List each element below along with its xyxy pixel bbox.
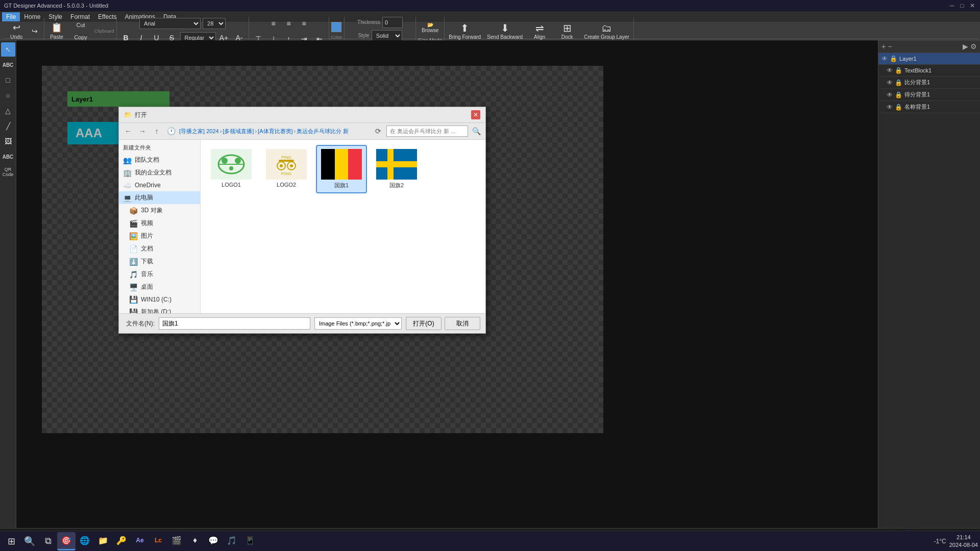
taskbar-app-edge[interactable]: 🌐 <box>76 532 94 550</box>
align-left-button[interactable]: ≡ <box>266 17 281 30</box>
layer1-visibility-icon[interactable]: 👁 <box>881 55 888 62</box>
score-bg2-lock-icon[interactable]: 🔒 <box>895 91 902 98</box>
file-flag2[interactable]: 国旗2 <box>371 145 422 193</box>
cut-button[interactable]: Cut <box>68 19 93 31</box>
sidebar-onedrive[interactable]: ☁️ OneDrive <box>119 179 200 191</box>
align-center-button[interactable]: ≡ <box>282 17 296 30</box>
layer-item-score-bg2[interactable]: 👁 🔒 得分背景1 <box>878 89 980 101</box>
close-button[interactable]: ✕ <box>969 2 976 9</box>
dialog-close-button[interactable]: ✕ <box>471 110 480 119</box>
filetype-select[interactable]: Image Files (*.bmp;*.png;*.jp <box>314 317 402 330</box>
name-bg1-visibility-icon[interactable]: 👁 <box>887 104 893 111</box>
taskbar-app-explorer[interactable]: 📁 <box>94 532 112 550</box>
taskbar-app-keepass[interactable]: 🔑 <box>112 532 131 550</box>
taskbar-app-wechat[interactable]: 💬 <box>204 532 223 550</box>
textblock1-name: TextBlock1 <box>904 67 977 73</box>
score-bg2-visibility-icon[interactable]: 👁 <box>887 91 893 98</box>
remove-layer-button[interactable]: − <box>888 42 892 51</box>
taskbar-app-music[interactable]: 🎵 <box>223 532 241 550</box>
triangle-tool[interactable]: △ <box>1 104 15 118</box>
stroke-style-select[interactable]: Solid <box>372 30 402 41</box>
redo-button[interactable]: ↪ <box>28 24 42 38</box>
taskview-button[interactable]: ⧉ <box>39 532 57 550</box>
sidebar-videos[interactable]: 🎬 视频 <box>119 217 200 230</box>
layer1-lock-icon[interactable]: 🔒 <box>890 55 897 62</box>
browse-button[interactable]: 📂 Browse <box>420 18 440 37</box>
right-panel: + − ▶ ⚙ 👁 🔒 Layer1 👁 🔒 TextBlock1 👁 🔒 比分… <box>878 40 980 528</box>
name-bg1-lock-icon[interactable]: 🔒 <box>895 104 902 111</box>
dialog-search-input[interactable] <box>386 126 468 137</box>
layer-item-layer1[interactable]: 👁 🔒 Layer1 <box>878 53 980 65</box>
settings-button[interactable]: ⚙ <box>970 42 977 51</box>
sweden-cross-h <box>376 161 417 167</box>
textblock1-lock-icon[interactable]: 🔒 <box>895 67 902 74</box>
main-area: ↖ ABC □ ○ △ ╱ 🖼 ABC QR Code Layer1 AAA <box>0 40 980 528</box>
sidebar-pictures[interactable]: 🖼️ 图片 <box>119 230 200 242</box>
dialog-cancel-button[interactable]: 取消 <box>445 317 480 330</box>
font-family-select[interactable]: Arial <box>139 18 201 29</box>
rect-tool[interactable]: □ <box>1 73 15 87</box>
dialog-recent-button[interactable]: 🕐 <box>165 125 177 137</box>
search-button[interactable]: 🔍 <box>20 532 39 550</box>
taskbar-app-lc[interactable]: Lc <box>149 532 167 550</box>
minimize-button[interactable]: ─ <box>948 2 955 9</box>
image-tool[interactable]: 🖼 <box>1 134 15 148</box>
textblock1-visibility-icon[interactable]: 👁 <box>887 67 893 74</box>
score-bg1-visibility-icon[interactable]: 👁 <box>887 79 893 86</box>
logo1-svg <box>213 152 249 177</box>
file-logo1[interactable]: LOGO1 <box>206 145 257 193</box>
dialog-path-item-1[interactable]: [多领域直播] <box>223 128 254 135</box>
layer-item-score-bg1[interactable]: 👁 🔒 比分背景1 <box>878 77 980 89</box>
align-right-button[interactable]: ≡ <box>297 17 311 30</box>
thickness-label: Thickness <box>357 19 380 25</box>
sidebar-3d-objects[interactable]: 📦 3D 对象 <box>119 204 200 217</box>
dialog-up-button[interactable]: ↑ <box>151 125 163 137</box>
select-tool[interactable]: ↖ <box>1 42 15 57</box>
abc-tool[interactable]: ABC <box>1 58 15 72</box>
sidebar-desktop[interactable]: 🖥️ 桌面 <box>119 281 200 293</box>
taskbar-app-gt[interactable]: 🎯 <box>57 532 76 550</box>
dialog-path-item-0[interactable]: [导播之家] 2024 <box>179 128 219 135</box>
edge-icon: 🌐 <box>80 536 90 545</box>
taskbar-app-ae[interactable]: Ae <box>131 532 149 550</box>
maximize-button[interactable]: □ <box>959 2 966 9</box>
taskbar-app-mobile[interactable]: 📱 <box>241 532 259 550</box>
play-button[interactable]: ▶ <box>963 42 968 51</box>
thickness-input[interactable] <box>382 17 403 28</box>
sidebar-team-docs[interactable]: 👥 团队文档 <box>119 154 200 166</box>
dialog-forward-button[interactable]: → <box>136 125 149 137</box>
font-size-select[interactable]: 28 <box>203 18 226 29</box>
sidebar-documents[interactable]: 📄 文档 <box>119 242 200 255</box>
layer-item-name-bg1[interactable]: 👁 🔒 名称背景1 <box>878 101 980 113</box>
sidebar-d-drive[interactable]: 💾 新加卷 (D:) <box>119 306 200 313</box>
ellipse-tool[interactable]: ○ <box>1 88 15 103</box>
qr-tool[interactable]: QR Code <box>1 165 15 179</box>
sidebar-music[interactable]: 🎵 音乐 <box>119 268 200 281</box>
sidebar-this-pc[interactable]: 💻 此电脑 <box>119 191 200 204</box>
color-swatch[interactable] <box>331 22 341 32</box>
dialog-buttons: 打开(O) 取消 <box>406 317 480 330</box>
sidebar-c-drive[interactable]: 💾 WIN10 (C:) <box>119 293 200 306</box>
dialog-back-button[interactable]: ← <box>122 125 134 137</box>
file-flag1[interactable]: 国旗1 <box>316 145 367 193</box>
layer-item-textblock1[interactable]: 👁 🔒 TextBlock1 <box>878 65 980 77</box>
filename-input[interactable] <box>159 317 310 330</box>
taskbar-app-media[interactable]: ♦ <box>186 532 204 550</box>
taskbar-app-video[interactable]: 🎬 <box>167 532 186 550</box>
dialog-open-button[interactable]: 打开(O) <box>406 317 442 330</box>
dialog-search-btn[interactable]: 🔍 <box>470 125 482 137</box>
right-panel-controls: ▶ ⚙ <box>963 42 977 51</box>
file-logo2[interactable]: PING PONG LOGO2 <box>261 145 312 193</box>
canvas-area[interactable]: Layer1 AAA 📁 打开 ✕ <box>16 40 878 528</box>
dialog-path-item-3[interactable]: 奥运会乒乓球比分 新 <box>297 128 349 135</box>
dialog-path-item-2[interactable]: [A体育比赛类] <box>258 128 292 135</box>
dialog-refresh-button[interactable]: ⟳ <box>372 125 384 137</box>
score-bg1-lock-icon[interactable]: 🔒 <box>895 79 902 86</box>
sidebar-onedrive-icon: ☁️ <box>123 181 132 189</box>
line-tool[interactable]: ╱ <box>1 119 15 133</box>
start-button[interactable]: ⊞ <box>2 532 20 550</box>
add-layer-button[interactable]: + <box>881 42 886 51</box>
sidebar-enterprise-docs[interactable]: 🏢 我的企业文档 <box>119 166 200 179</box>
text-tool[interactable]: ABC <box>1 149 15 164</box>
sidebar-downloads[interactable]: ⬇️ 下载 <box>119 255 200 268</box>
